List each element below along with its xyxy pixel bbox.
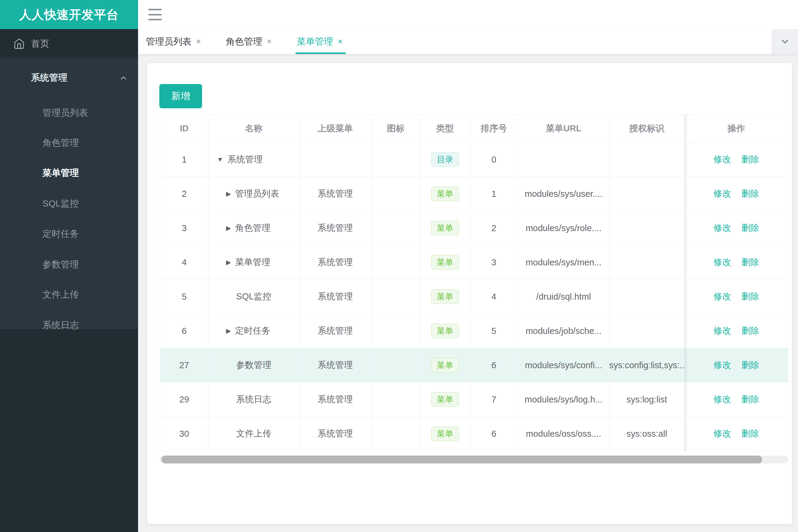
close-icon[interactable]: × xyxy=(267,37,272,46)
cell-url: modules/job/sche... xyxy=(518,314,609,348)
delete-link[interactable]: 删除 xyxy=(742,359,759,371)
delete-link[interactable]: 删除 xyxy=(742,153,759,166)
edit-link[interactable]: 修改 xyxy=(713,290,731,303)
sidebar-item-scheduled-jobs[interactable]: 定时任务 xyxy=(0,219,138,248)
cell-url: modules/sys/role.... xyxy=(518,211,609,245)
tab-admin-list[interactable]: 管理员列表 × xyxy=(146,29,201,54)
cell-name: ▶角色管理 xyxy=(208,211,299,245)
edit-link[interactable]: 修改 xyxy=(713,325,731,337)
col-order: 排序号 xyxy=(470,114,518,142)
menu-name-label: 系统日志 xyxy=(236,393,271,405)
cell-name: ▶菜单管理 xyxy=(208,245,299,280)
cell-parent: 系统管理 xyxy=(299,177,371,211)
cell-url: /druid/sql.html xyxy=(518,280,609,314)
tabs-dropdown-button[interactable] xyxy=(772,29,798,54)
cell-name: ▼系统管理 xyxy=(208,142,299,177)
cell-id: 3 xyxy=(160,211,208,245)
tab-label: 菜单管理 xyxy=(297,36,333,48)
col-parent: 上级菜单 xyxy=(299,114,371,142)
hamburger-menu-icon[interactable] xyxy=(148,9,162,20)
cell-name: 文件上传 xyxy=(208,417,299,451)
edit-link[interactable]: 修改 xyxy=(713,359,731,371)
cell-type: 菜单 xyxy=(421,245,470,280)
edit-link[interactable]: 修改 xyxy=(713,393,731,405)
cell-order: 4 xyxy=(470,280,518,314)
cell-perm: sys:oss:all xyxy=(609,417,685,451)
edit-link[interactable]: 修改 xyxy=(713,256,731,268)
table-row: 1▼系统管理目录0修改删除 xyxy=(160,142,788,177)
table-row: 5SQL监控系统管理菜单4/druid/sql.html修改删除 xyxy=(160,280,788,314)
delete-link[interactable]: 删除 xyxy=(742,256,759,268)
close-icon[interactable]: × xyxy=(338,37,342,46)
col-icon: 图标 xyxy=(371,114,421,142)
menu-name-label: 定时任务 xyxy=(235,325,270,337)
sidebar-item-config[interactable]: 参数管理 xyxy=(0,250,138,279)
cell-type: 菜单 xyxy=(421,211,470,245)
cell-url: modules/sys/user.... xyxy=(518,177,609,211)
cell-icon xyxy=(371,280,421,314)
horizontal-scrollbar-track[interactable] xyxy=(160,456,788,463)
expand-toggle-icon[interactable]: ▶ xyxy=(226,190,231,197)
add-button[interactable]: 新增 xyxy=(159,84,202,108)
cell-perm: sys:log:list xyxy=(609,382,685,417)
cell-type: 菜单 xyxy=(421,280,470,314)
expand-toggle-icon[interactable]: ▼ xyxy=(217,156,223,163)
close-icon[interactable]: × xyxy=(196,37,201,46)
sidebar-item-menu[interactable]: 菜单管理 xyxy=(0,158,138,187)
cell-parent: 系统管理 xyxy=(299,280,371,314)
cell-parent: 系统管理 xyxy=(299,314,371,348)
menu-name-label: 参数管理 xyxy=(236,359,271,371)
cell-actions: 修改删除 xyxy=(685,314,788,348)
cell-type: 菜单 xyxy=(421,382,470,417)
sidebar-item-home[interactable]: 首页 xyxy=(0,29,138,58)
edit-link[interactable]: 修改 xyxy=(713,188,731,200)
sidebar-item-system-log[interactable]: 系统日志 xyxy=(0,310,138,340)
cell-parent xyxy=(299,142,371,177)
col-actions: 操作 xyxy=(685,114,788,142)
sidebar: 首页 系统管理 管理员列表 角色管理 菜单管理 SQL监控 定时任务 参数管理 … xyxy=(0,29,138,532)
cell-actions: 修改删除 xyxy=(685,142,788,177)
cell-icon xyxy=(371,314,421,348)
type-badge: 菜单 xyxy=(431,289,459,304)
type-badge: 菜单 xyxy=(431,187,459,201)
expand-toggle-icon[interactable]: ▶ xyxy=(226,327,231,335)
sidebar-item-admin-list[interactable]: 管理员列表 xyxy=(0,98,138,127)
delete-link[interactable]: 删除 xyxy=(742,188,759,200)
cell-id: 27 xyxy=(160,348,208,382)
cell-perm xyxy=(609,314,685,348)
sidebar-group-system[interactable]: 系统管理 xyxy=(0,63,138,92)
cell-url: modules/sys/men... xyxy=(518,245,609,280)
cell-perm xyxy=(609,177,685,211)
top-header: 人人快速开发平台 new 官方社区 hot Git源码 admin xyxy=(0,0,798,29)
expand-toggle-icon[interactable]: ▶ xyxy=(226,225,231,232)
menu-table: ID 名称 上级菜单 图标 类型 排序号 菜单URL 授权标识 操作 1▼系统管… xyxy=(160,114,788,451)
col-id: ID xyxy=(160,114,208,142)
edit-link[interactable]: 修改 xyxy=(713,222,731,234)
sidebar-item-role[interactable]: 角色管理 xyxy=(0,128,138,157)
delete-link[interactable]: 删除 xyxy=(742,290,759,303)
delete-link[interactable]: 删除 xyxy=(742,325,759,337)
sidebar-item-sql-monitor[interactable]: SQL监控 xyxy=(0,189,138,218)
tab-role[interactable]: 角色管理 × xyxy=(226,29,272,54)
expand-toggle-icon[interactable]: ▶ xyxy=(226,259,231,266)
cell-order: 2 xyxy=(470,211,518,245)
menu-name-label: 菜单管理 xyxy=(235,256,270,268)
sidebar-item-file-upload[interactable]: 文件上传 xyxy=(0,280,138,309)
table-header-row: ID 名称 上级菜单 图标 类型 排序号 菜单URL 授权标识 操作 xyxy=(160,114,788,142)
type-badge: 菜单 xyxy=(431,324,459,338)
cell-url: modules/sys/confi... xyxy=(518,348,609,382)
edit-link[interactable]: 修改 xyxy=(713,428,731,440)
type-badge: 菜单 xyxy=(431,426,459,441)
delete-link[interactable]: 删除 xyxy=(742,222,759,234)
cell-perm xyxy=(609,211,685,245)
cell-actions: 修改删除 xyxy=(685,245,788,280)
edit-link[interactable]: 修改 xyxy=(713,153,731,166)
tab-menu[interactable]: 菜单管理 × xyxy=(297,29,342,54)
delete-link[interactable]: 删除 xyxy=(742,428,759,440)
table-row: 30文件上传系统管理菜单6modules/oss/oss....sys:oss:… xyxy=(160,417,788,451)
table-row: 29系统日志系统管理菜单7modules/sys/log.h...sys:log… xyxy=(160,382,788,417)
cell-actions: 修改删除 xyxy=(685,417,788,451)
horizontal-scrollbar-thumb[interactable] xyxy=(162,456,762,463)
cell-parent: 系统管理 xyxy=(299,348,371,382)
delete-link[interactable]: 删除 xyxy=(742,393,759,405)
